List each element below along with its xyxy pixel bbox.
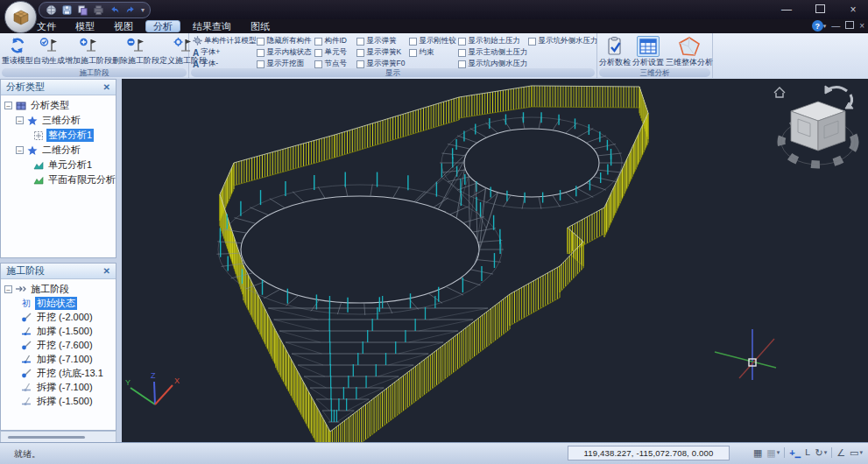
- checkbox-box[interactable]: [458, 60, 466, 68]
- checkbox-label: 显示坑外侧水压力: [539, 36, 598, 46]
- angle-icon[interactable]: ∠: [836, 447, 845, 459]
- checkbox-box[interactable]: [257, 60, 265, 68]
- menu-tab-分析[interactable]: 分析: [145, 20, 180, 32]
- tree-item-整体分析1[interactable]: 整体分析1: [1, 128, 116, 143]
- button-label: 重读模型: [2, 55, 33, 67]
- menu-tab-模型[interactable]: 模型: [68, 20, 102, 32]
- undo-icon[interactable]: [108, 4, 121, 17]
- tree-item-开挖 (-7.600)[interactable]: 开挖 (-7.600): [1, 338, 116, 352]
- menu-tab-结果查询[interactable]: 结果查询: [186, 20, 238, 32]
- checkbox-显示弹簧K[interactable]: 显示弹簧K: [356, 47, 409, 58]
- checkbox-box[interactable]: [257, 38, 265, 46]
- menu-tab-图纸[interactable]: 图纸: [243, 20, 277, 32]
- qat-dropdown-icon[interactable]: ▾: [141, 6, 145, 14]
- select-box-icon: [32, 130, 44, 141]
- ribbon-group-construction-stage: 施工阶段 重读模型自动生成增加施工阶段删除施工阶段定义施工阶段: [0, 33, 189, 78]
- mdi-minimize-button[interactable]: —: [831, 22, 840, 31]
- ribbon-tool-单构件计算模型[interactable]: 单构件计算模型: [193, 36, 257, 46]
- rotate-dropdown-icon[interactable]: ↻▾: [815, 447, 827, 459]
- maximize-button[interactable]: [810, 4, 829, 16]
- mdi-close-button[interactable]: ×: [859, 22, 864, 31]
- checkbox-box[interactable]: [356, 60, 364, 68]
- checkbox-显示内核状态[interactable]: 显示内核状态: [257, 47, 314, 58]
- checkbox-构件ID[interactable]: 构件ID: [314, 36, 356, 46]
- excavate-icon: [21, 368, 32, 378]
- panel-close-icon[interactable]: ✕: [103, 82, 110, 92]
- ribbon-button-分析数检[interactable]: 分析数检: [599, 35, 631, 67]
- checkbox-box[interactable]: [409, 49, 417, 57]
- fontA-icon: A: [193, 48, 199, 58]
- menu-tabs: 文件模型视图分析结果查询图纸: [30, 20, 277, 32]
- checkbox-box[interactable]: [528, 38, 536, 46]
- tree-item-加撑 (-7.100)[interactable]: 加撑 (-7.100): [1, 352, 116, 366]
- tree-item-单元分析1[interactable]: 单元分析1: [1, 158, 116, 172]
- redo-icon[interactable]: [123, 4, 137, 17]
- ribbon-button-重读模型[interactable]: 重读模型: [2, 35, 33, 67]
- tree-expander-icon[interactable]: –: [16, 146, 24, 154]
- window-controls: — ×: [777, 0, 863, 19]
- panel-close-icon[interactable]: ✕: [103, 266, 110, 276]
- checkbox-box[interactable]: [356, 49, 364, 57]
- ribbon-button-删除施工阶段[interactable]: 删除施工阶段: [112, 35, 159, 67]
- app-logo-button[interactable]: [4, 1, 37, 33]
- checkbox-单元号[interactable]: 单元号: [314, 47, 356, 58]
- minimize-button[interactable]: —: [777, 4, 796, 16]
- checkbox-box[interactable]: [409, 38, 417, 46]
- tree-item-初始状态[interactable]: 初初始状态: [1, 296, 116, 310]
- tree-item-加撑 (-1.500)[interactable]: 加撑 (-1.500): [1, 324, 116, 338]
- checkbox-显示初始土压力[interactable]: 显示初始土压力: [458, 36, 528, 46]
- checkbox-显示刚性铰[interactable]: 显示刚性铰: [409, 36, 458, 46]
- checkbox-隐藏所有构件[interactable]: 隐藏所有构件: [257, 36, 314, 46]
- tree-item-拆撑 (-7.100)[interactable]: 拆撑 (-7.100): [1, 380, 116, 394]
- copy-icon[interactable]: [76, 4, 89, 17]
- tree-item-二维分析[interactable]: –二维分析: [1, 143, 116, 158]
- tree-expander-icon[interactable]: –: [4, 102, 12, 109]
- save-icon[interactable]: [60, 4, 74, 17]
- menu-tab-视图[interactable]: 视图: [107, 20, 140, 32]
- ribbon-tool-字体+[interactable]: A字体+: [193, 47, 257, 58]
- rect-dropdown-icon[interactable]: ▭▾: [850, 447, 863, 459]
- ribbon-button-分析设置[interactable]: 分析设置: [632, 35, 664, 67]
- tree-item-施工阶段[interactable]: –施工阶段: [1, 282, 116, 296]
- checkbox-box[interactable]: [314, 38, 322, 46]
- svg-text:Y: Y: [125, 378, 131, 387]
- tree-item-分析类型[interactable]: –分析类型: [1, 98, 116, 113]
- button-label: 增加施工阶段: [65, 55, 112, 67]
- application-window: — × ▾ 文件模型视图分析结果查询图纸 ? ▾ — × 施工阶段 重读模型自动…: [0, 0, 868, 464]
- checkbox-box[interactable]: [257, 49, 265, 57]
- checkbox-box[interactable]: [458, 49, 466, 57]
- mdi-restore-button[interactable]: [845, 21, 854, 31]
- print-gray-icon[interactable]: [92, 4, 105, 17]
- checkbox-box[interactable]: [314, 60, 322, 68]
- checkbox-显示弹簧[interactable]: 显示弹簧: [356, 36, 409, 46]
- close-button[interactable]: ×: [843, 4, 863, 16]
- tree-item-开挖 (-2.000)[interactable]: 开挖 (-2.000): [1, 310, 116, 324]
- help-button[interactable]: ? ▾: [812, 20, 827, 32]
- tree-expander-icon[interactable]: –: [16, 116, 24, 124]
- dynamic-input-icon[interactable]: +▁: [789, 447, 801, 458]
- grid-icon[interactable]: ▦: [753, 447, 762, 459]
- 3d-viewport[interactable]: YZX: [122, 79, 868, 443]
- tree-item-拆撑 (-1.500)[interactable]: 拆撑 (-1.500): [1, 394, 116, 408]
- checkbox-box[interactable]: [314, 49, 322, 57]
- checkbox-显示主动侧土压力[interactable]: 显示主动侧土压力: [458, 47, 528, 58]
- checkbox-显示坑外侧水压力[interactable]: 显示坑外侧水压力: [528, 36, 603, 46]
- tree-item-平面有限元分析[interactable]: 平面有限元分析: [1, 172, 116, 187]
- tree-expander-icon[interactable]: –: [4, 285, 12, 293]
- grid-faint-dropdown-icon[interactable]: ▦▾: [766, 447, 780, 459]
- checkbox-box[interactable]: [356, 38, 364, 46]
- scrollbar-thumb[interactable]: [8, 436, 85, 439]
- ribbon-button-自动生成[interactable]: 自动生成: [33, 35, 65, 67]
- ribbon-button-增加施工阶段[interactable]: 增加施工阶段: [65, 35, 112, 67]
- sphere-icon[interactable]: [45, 4, 58, 17]
- panel-horizontal-scrollbar[interactable]: [0, 431, 116, 443]
- panel-title: 分析类型: [6, 81, 103, 94]
- ortho-icon[interactable]: L: [805, 447, 811, 458]
- gear-icon: [193, 36, 202, 47]
- tree-item-三维分析[interactable]: –三维分析: [1, 113, 116, 128]
- checkbox-box[interactable]: [458, 38, 466, 46]
- tree-item-开挖 (坑底-13.1[interactable]: 开挖 (坑底-13.1: [1, 366, 116, 380]
- help-dropdown-icon[interactable]: ▾: [823, 22, 827, 31]
- ribbon-button-三维整体分析[interactable]: 三维整体分析: [666, 35, 713, 67]
- checkbox-约束[interactable]: 约束: [409, 47, 458, 58]
